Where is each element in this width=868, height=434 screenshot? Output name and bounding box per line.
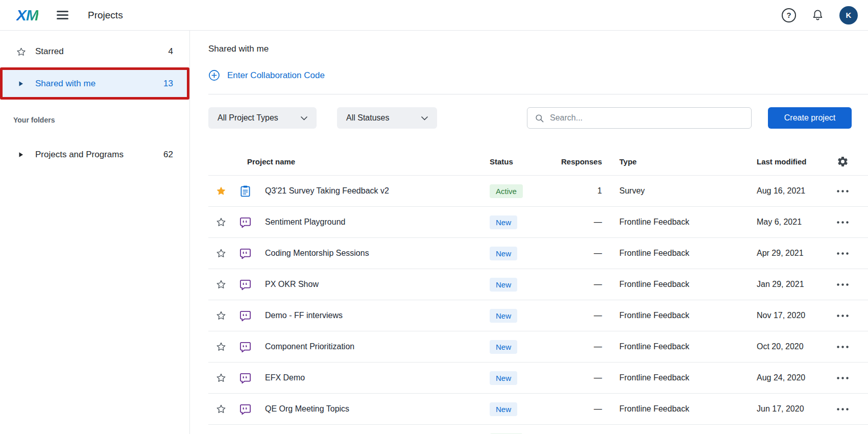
search-input[interactable] bbox=[550, 113, 744, 123]
project-type-icon bbox=[234, 403, 256, 416]
status-badge: New bbox=[490, 340, 517, 354]
chevron-down-icon bbox=[301, 113, 307, 123]
star-toggle[interactable] bbox=[208, 279, 234, 290]
responses-count: — bbox=[556, 218, 602, 227]
responses-count: — bbox=[556, 404, 602, 414]
create-project-button[interactable]: Create project bbox=[768, 107, 852, 129]
statuses-dropdown[interactable]: All Statuses bbox=[337, 107, 437, 129]
project-type-icon bbox=[234, 247, 256, 260]
table-row: Coding Mentorship Sessions New — Frontli… bbox=[208, 238, 868, 269]
status-badge: New bbox=[490, 247, 517, 260]
status-badge: New bbox=[490, 371, 517, 385]
row-menu-button[interactable] bbox=[829, 408, 857, 411]
project-name-link[interactable]: EFX Demo bbox=[256, 373, 490, 382]
last-modified: Jun 17, 2020 bbox=[757, 404, 829, 414]
row-menu-button[interactable] bbox=[829, 377, 857, 379]
search-icon bbox=[535, 113, 544, 123]
table-body: Q3'21 Survey Taking Feedback v2 Active 1… bbox=[208, 176, 868, 434]
help-icon[interactable]: ? bbox=[782, 8, 796, 22]
last-modified: Aug 24, 2020 bbox=[757, 373, 829, 382]
enter-collaboration-code-link[interactable]: Enter Collaboration Code bbox=[208, 69, 325, 81]
responses-count: — bbox=[556, 373, 602, 382]
project-type-icon bbox=[234, 372, 256, 384]
project-type: Frontline Feedback bbox=[602, 342, 757, 351]
project-name-link[interactable]: Q3'21 Survey Taking Feedback v2 bbox=[256, 186, 490, 196]
divider bbox=[208, 94, 868, 94]
header-responses: Responses bbox=[556, 157, 602, 166]
hamburger-menu-icon[interactable] bbox=[57, 11, 68, 19]
project-name-link[interactable]: Demo - FF interviews bbox=[256, 311, 490, 320]
header-type: Type bbox=[602, 157, 757, 166]
sidebar-item-label: Projects and Programs bbox=[35, 150, 124, 160]
page-title: Projects bbox=[88, 10, 123, 21]
search-box bbox=[527, 107, 752, 129]
caret-right-icon[interactable] bbox=[15, 81, 27, 87]
project-name-link[interactable]: Coding Mentorship Sessions bbox=[256, 249, 490, 258]
star-toggle[interactable] bbox=[208, 248, 234, 259]
project-types-dropdown[interactable]: All Project Types bbox=[208, 107, 317, 129]
project-name-link[interactable]: PX OKR Show bbox=[256, 280, 490, 289]
project-type: Frontline Feedback bbox=[602, 311, 757, 320]
project-type: Frontline Feedback bbox=[602, 404, 757, 414]
status-cell: New bbox=[490, 371, 556, 385]
sidebar-item-label: Starred bbox=[35, 46, 64, 57]
plus-circle-icon bbox=[208, 69, 220, 81]
project-name-link[interactable]: Component Prioritization bbox=[256, 342, 490, 351]
responses-count: — bbox=[556, 280, 602, 289]
projects-table: Project name Status Responses Type Last … bbox=[208, 148, 868, 434]
status-badge: Active bbox=[490, 184, 523, 198]
sidebar: Starred 4 Shared with me 13 Your folders… bbox=[0, 31, 190, 434]
table-row: Active bbox=[208, 425, 868, 434]
row-menu-button[interactable] bbox=[829, 315, 857, 317]
sidebar-item-count: 13 bbox=[163, 79, 173, 89]
table-row: QE Org Meeting Topics New — Frontline Fe… bbox=[208, 394, 868, 425]
status-cell: New bbox=[490, 278, 556, 292]
topbar: XM Projects ? K bbox=[0, 0, 868, 31]
chevron-down-icon bbox=[421, 113, 428, 123]
responses-count: 1 bbox=[556, 186, 602, 196]
star-toggle[interactable] bbox=[208, 403, 234, 415]
project-name-link[interactable]: Sentiment Playground bbox=[256, 218, 490, 227]
last-modified: Jan 29, 2021 bbox=[757, 280, 829, 289]
star-toggle[interactable] bbox=[208, 185, 234, 197]
table-settings-gear-icon[interactable] bbox=[829, 156, 857, 167]
project-type-icon bbox=[234, 278, 256, 291]
sidebar-item-label: Shared with me bbox=[35, 79, 95, 89]
folders-section-heading: Your folders bbox=[13, 115, 55, 125]
header-last-modified: Last modified bbox=[757, 157, 829, 166]
caret-right-icon[interactable] bbox=[15, 152, 27, 158]
row-menu-button[interactable] bbox=[829, 252, 857, 255]
row-menu-button[interactable] bbox=[829, 221, 857, 224]
sidebar-item-starred[interactable]: Starred 4 bbox=[0, 37, 189, 66]
last-modified: Aug 16, 2021 bbox=[757, 186, 829, 196]
project-type: Frontline Feedback bbox=[602, 280, 757, 289]
row-menu-button[interactable] bbox=[829, 190, 857, 192]
star-toggle[interactable] bbox=[208, 216, 234, 228]
responses-count: — bbox=[556, 342, 602, 351]
last-modified: May 6, 2021 bbox=[757, 218, 829, 227]
last-modified: Apr 29, 2021 bbox=[757, 249, 829, 258]
project-type: Survey bbox=[602, 186, 757, 196]
status-cell: New bbox=[490, 309, 556, 323]
header-status: Status bbox=[490, 157, 556, 166]
project-type: Frontline Feedback bbox=[602, 373, 757, 382]
row-menu-button[interactable] bbox=[829, 283, 857, 286]
table-row: Q3'21 Survey Taking Feedback v2 Active 1… bbox=[208, 176, 868, 207]
project-type: Frontline Feedback bbox=[602, 249, 757, 258]
star-toggle[interactable] bbox=[208, 310, 234, 321]
sidebar-item-shared-with-me[interactable]: Shared with me 13 bbox=[0, 67, 189, 100]
user-avatar[interactable]: K bbox=[839, 6, 858, 25]
project-type-icon bbox=[234, 185, 256, 198]
last-modified: Nov 17, 2020 bbox=[757, 311, 829, 320]
project-name-link[interactable]: QE Org Meeting Topics bbox=[256, 404, 490, 414]
filters-bar: All Project Types All Statuses Create pr… bbox=[208, 107, 852, 129]
collab-link-label: Enter Collaboration Code bbox=[227, 70, 325, 81]
sidebar-item-projects-and-programs[interactable]: Projects and Programs 62 bbox=[0, 140, 189, 170]
star-toggle[interactable] bbox=[208, 341, 234, 352]
status-cell: New bbox=[490, 247, 556, 260]
notifications-bell-icon[interactable] bbox=[811, 9, 824, 21]
star-toggle[interactable] bbox=[208, 372, 234, 383]
table-row: EFX Demo New — Frontline Feedback Aug 24… bbox=[208, 363, 868, 394]
star-icon bbox=[15, 46, 27, 57]
row-menu-button[interactable] bbox=[829, 346, 857, 348]
